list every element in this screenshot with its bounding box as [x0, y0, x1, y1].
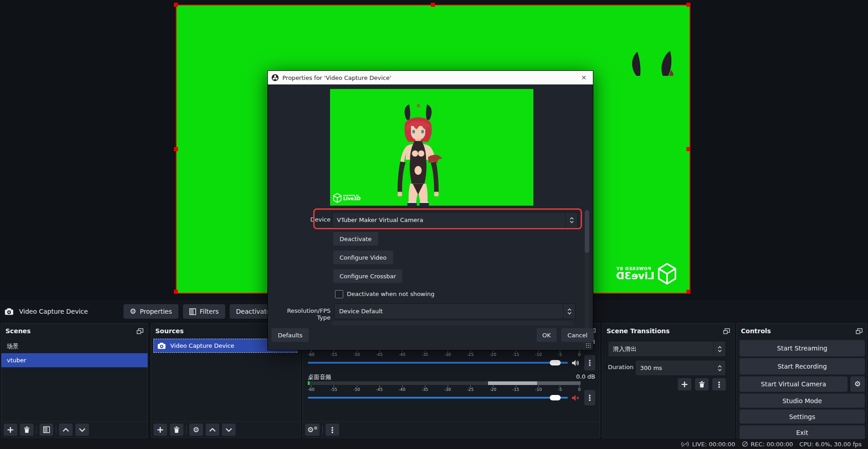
checkbox-label: Deactivate when not showing — [347, 291, 434, 297]
db-tick-label: -30 — [444, 385, 451, 392]
db-tick-label: -60 — [308, 350, 315, 357]
deactivate-when-not-showing-checkbox[interactable] — [335, 290, 343, 298]
scrollbar-thumb[interactable] — [585, 210, 589, 253]
db-tick-label: -20 — [490, 385, 497, 392]
db-tick-label: -5 — [558, 350, 562, 357]
popout-icon[interactable] — [856, 328, 863, 334]
live3d-watermark-small: POWERED BY Live3D — [333, 193, 360, 203]
resolution-fps-label: Resolution/FPS Type — [274, 307, 330, 321]
duration-label: Duration — [608, 364, 633, 370]
scene-item[interactable]: 场景 — [1, 339, 148, 353]
settings-button[interactable]: Settings — [740, 410, 865, 424]
db-tick-label: -30 — [444, 350, 451, 357]
ok-button[interactable]: OK — [537, 328, 557, 342]
db-scale: -60-55-50-45-40-35-30-25-20-15-10-50 — [308, 385, 581, 392]
resolution-select[interactable]: Device Default — [334, 303, 576, 319]
device-label: Device — [295, 216, 330, 223]
device-select[interactable]: VTuber Maker Virtual Camera — [332, 212, 578, 228]
cancel-button[interactable]: Cancel — [561, 328, 594, 342]
chevron-up-icon — [63, 428, 69, 432]
move-source-down-button[interactable] — [222, 424, 236, 436]
db-tick-label: -35 — [421, 350, 428, 357]
db-tick-label: -40 — [399, 385, 405, 392]
volume-slider[interactable] — [308, 362, 568, 364]
channel-volume-db: 0.0 dB — [576, 373, 595, 381]
scenes-title: Scenes — [5, 327, 31, 335]
add-transition-button[interactable]: + — [678, 378, 691, 390]
channel-name: 桌面音频 — [308, 373, 331, 381]
start-virtual-camera-button[interactable]: Start Virtual Camera — [740, 376, 848, 392]
transform-handle-top-right[interactable] — [686, 3, 690, 7]
dots-menu-icon: ⋮ — [715, 380, 723, 389]
db-tick-label: -45 — [376, 385, 383, 392]
gear-icon: ⚙ — [130, 308, 136, 315]
configure-crossbar-button[interactable]: Configure Crossbar — [333, 269, 402, 283]
mixer-toolbar: ⚙⚙ ⋮ — [303, 421, 600, 438]
start-streaming-button[interactable]: Start Streaming — [740, 340, 865, 356]
controls-title: Controls — [741, 327, 771, 335]
spinner-arrows-icon[interactable] — [714, 360, 725, 375]
properties-button[interactable]: ⚙ Properties — [123, 304, 178, 319]
popout-icon[interactable] — [137, 328, 143, 334]
defaults-button[interactable]: Defaults — [271, 328, 309, 342]
volume-slider-handle[interactable] — [550, 360, 561, 365]
dialog-title-bar[interactable]: Properties for 'Video Capture Device' ✕ — [268, 71, 593, 84]
transform-handle-bottom-left[interactable] — [174, 290, 178, 294]
remove-scene-button[interactable] — [20, 424, 34, 436]
transition-select[interactable]: 滑入滑出 — [608, 341, 726, 357]
mixer-menu-button[interactable]: ⋮ — [326, 424, 339, 436]
add-source-button[interactable]: + — [153, 424, 167, 436]
scene-filters-button[interactable] — [39, 424, 53, 436]
dots-menu-icon: ⋮ — [586, 393, 594, 402]
scene-item-selected[interactable]: vtuber — [1, 353, 148, 367]
close-icon[interactable]: ✕ — [578, 74, 589, 81]
remove-source-button[interactable] — [170, 424, 183, 436]
start-recording-button[interactable]: Start Recording — [740, 358, 865, 375]
transform-handle-top-left[interactable] — [174, 3, 178, 7]
speaker-icon[interactable] — [572, 360, 581, 366]
studio-mode-button[interactable]: Studio Mode — [740, 394, 865, 408]
vtuber-character-horns — [624, 51, 683, 76]
chevron-down-icon — [226, 428, 232, 432]
filters-button[interactable]: Filters — [183, 304, 225, 319]
exit-button[interactable]: Exit — [740, 425, 865, 439]
stream-inactive-icon — [681, 441, 689, 447]
dots-menu-icon: ⋮ — [586, 358, 594, 367]
move-source-up-button[interactable] — [206, 424, 219, 436]
volume-slider[interactable] — [308, 397, 568, 399]
add-scene-button[interactable]: + — [4, 424, 17, 436]
speaker-muted-icon[interactable] — [572, 395, 581, 401]
dialog-scrollbar[interactable] — [585, 209, 589, 345]
db-tick-label: -50 — [353, 385, 360, 392]
transform-handle-mid-left[interactable] — [174, 147, 178, 151]
dialog-deactivate-button[interactable]: Deactivate — [333, 232, 378, 246]
move-scene-up-button[interactable] — [59, 424, 73, 436]
live3d-cube-icon — [333, 193, 342, 203]
channel-menu-button[interactable]: ⋮ — [584, 390, 595, 405]
source-properties-button[interactable]: ⚙ — [189, 424, 203, 436]
transitions-title: Scene Transitions — [607, 327, 670, 335]
camera-icon — [158, 343, 166, 349]
advanced-audio-button[interactable]: ⚙⚙ — [305, 424, 320, 436]
virtual-camera-settings-button[interactable]: ⚙ — [850, 376, 865, 392]
popout-icon[interactable] — [723, 328, 730, 334]
resize-grip[interactable] — [586, 343, 591, 348]
scenes-panel: Scenes 场景 vtuber + — [1, 323, 148, 438]
filters-icon — [43, 426, 50, 433]
move-scene-down-button[interactable] — [75, 424, 89, 436]
remove-transition-button[interactable] — [695, 378, 709, 390]
transform-handle-bottom-right[interactable] — [686, 290, 690, 294]
duration-spinner[interactable]: 300 ms — [635, 360, 726, 376]
live-status: LIVE: 00:00:00 — [681, 441, 735, 448]
volume-meter-muted — [308, 381, 581, 385]
transform-handle-mid-right[interactable] — [686, 147, 690, 151]
channel-menu-button[interactable]: ⋮ — [584, 355, 595, 370]
transform-handle-top-center[interactable] — [431, 3, 435, 7]
db-tick-label: -15 — [513, 350, 519, 357]
vtuber-character — [386, 104, 450, 206]
volume-slider-handle[interactable] — [550, 395, 561, 400]
transition-menu-button[interactable]: ⋮ — [712, 378, 726, 390]
db-tick-label: -10 — [535, 350, 542, 357]
configure-video-button[interactable]: Configure Video — [333, 251, 393, 264]
db-tick-label: 0 — [578, 350, 581, 357]
